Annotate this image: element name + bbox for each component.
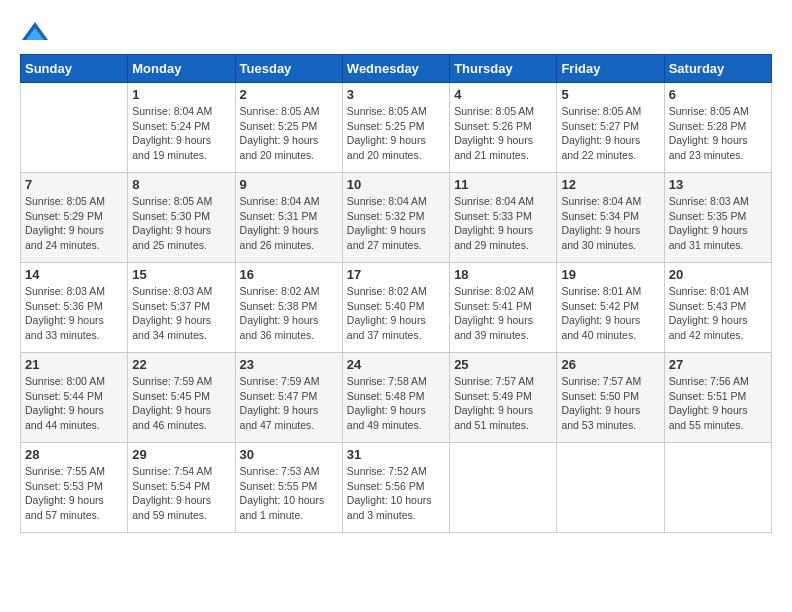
calendar-cell: 1Sunrise: 8:04 AMSunset: 5:24 PMDaylight… — [128, 83, 235, 173]
day-info: Sunrise: 7:58 AMSunset: 5:48 PMDaylight:… — [347, 374, 445, 433]
day-info: Sunrise: 8:02 AMSunset: 5:40 PMDaylight:… — [347, 284, 445, 343]
day-info: Sunrise: 7:54 AMSunset: 5:54 PMDaylight:… — [132, 464, 230, 523]
calendar-cell: 24Sunrise: 7:58 AMSunset: 5:48 PMDayligh… — [342, 353, 449, 443]
calendar-cell: 23Sunrise: 7:59 AMSunset: 5:47 PMDayligh… — [235, 353, 342, 443]
calendar-cell: 25Sunrise: 7:57 AMSunset: 5:49 PMDayligh… — [450, 353, 557, 443]
day-info: Sunrise: 7:55 AMSunset: 5:53 PMDaylight:… — [25, 464, 123, 523]
calendar-week-row: 1Sunrise: 8:04 AMSunset: 5:24 PMDaylight… — [21, 83, 772, 173]
day-number: 4 — [454, 87, 552, 102]
day-info: Sunrise: 8:04 AMSunset: 5:33 PMDaylight:… — [454, 194, 552, 253]
weekday-header: Friday — [557, 55, 664, 83]
day-number: 2 — [240, 87, 338, 102]
calendar-cell: 13Sunrise: 8:03 AMSunset: 5:35 PMDayligh… — [664, 173, 771, 263]
calendar-cell: 14Sunrise: 8:03 AMSunset: 5:36 PMDayligh… — [21, 263, 128, 353]
day-info: Sunrise: 7:57 AMSunset: 5:49 PMDaylight:… — [454, 374, 552, 433]
day-info: Sunrise: 8:04 AMSunset: 5:24 PMDaylight:… — [132, 104, 230, 163]
calendar-week-row: 21Sunrise: 8:00 AMSunset: 5:44 PMDayligh… — [21, 353, 772, 443]
day-info: Sunrise: 8:05 AMSunset: 5:25 PMDaylight:… — [347, 104, 445, 163]
calendar-cell: 9Sunrise: 8:04 AMSunset: 5:31 PMDaylight… — [235, 173, 342, 263]
logo — [20, 20, 54, 44]
calendar-week-row: 7Sunrise: 8:05 AMSunset: 5:29 PMDaylight… — [21, 173, 772, 263]
day-number: 29 — [132, 447, 230, 462]
calendar-cell: 12Sunrise: 8:04 AMSunset: 5:34 PMDayligh… — [557, 173, 664, 263]
calendar-cell: 29Sunrise: 7:54 AMSunset: 5:54 PMDayligh… — [128, 443, 235, 533]
day-info: Sunrise: 8:05 AMSunset: 5:29 PMDaylight:… — [25, 194, 123, 253]
calendar-cell: 31Sunrise: 7:52 AMSunset: 5:56 PMDayligh… — [342, 443, 449, 533]
day-number: 18 — [454, 267, 552, 282]
calendar-table: SundayMondayTuesdayWednesdayThursdayFrid… — [20, 54, 772, 533]
day-number: 27 — [669, 357, 767, 372]
day-info: Sunrise: 8:00 AMSunset: 5:44 PMDaylight:… — [25, 374, 123, 433]
calendar-cell: 28Sunrise: 7:55 AMSunset: 5:53 PMDayligh… — [21, 443, 128, 533]
day-number: 1 — [132, 87, 230, 102]
calendar-cell: 15Sunrise: 8:03 AMSunset: 5:37 PMDayligh… — [128, 263, 235, 353]
day-info: Sunrise: 7:52 AMSunset: 5:56 PMDaylight:… — [347, 464, 445, 523]
weekday-header: Saturday — [664, 55, 771, 83]
day-number: 14 — [25, 267, 123, 282]
day-number: 31 — [347, 447, 445, 462]
calendar-cell: 19Sunrise: 8:01 AMSunset: 5:42 PMDayligh… — [557, 263, 664, 353]
calendar-cell: 6Sunrise: 8:05 AMSunset: 5:28 PMDaylight… — [664, 83, 771, 173]
calendar-cell: 26Sunrise: 7:57 AMSunset: 5:50 PMDayligh… — [557, 353, 664, 443]
calendar-cell: 5Sunrise: 8:05 AMSunset: 5:27 PMDaylight… — [557, 83, 664, 173]
day-number: 21 — [25, 357, 123, 372]
weekday-header: Monday — [128, 55, 235, 83]
day-info: Sunrise: 8:05 AMSunset: 5:25 PMDaylight:… — [240, 104, 338, 163]
day-info: Sunrise: 8:04 AMSunset: 5:31 PMDaylight:… — [240, 194, 338, 253]
day-number: 22 — [132, 357, 230, 372]
day-info: Sunrise: 7:53 AMSunset: 5:55 PMDaylight:… — [240, 464, 338, 523]
day-info: Sunrise: 7:59 AMSunset: 5:47 PMDaylight:… — [240, 374, 338, 433]
calendar-cell: 3Sunrise: 8:05 AMSunset: 5:25 PMDaylight… — [342, 83, 449, 173]
calendar-cell: 18Sunrise: 8:02 AMSunset: 5:41 PMDayligh… — [450, 263, 557, 353]
day-number: 20 — [669, 267, 767, 282]
weekday-header: Wednesday — [342, 55, 449, 83]
day-number: 24 — [347, 357, 445, 372]
calendar-header-row: SundayMondayTuesdayWednesdayThursdayFrid… — [21, 55, 772, 83]
logo-icon — [20, 20, 50, 44]
day-number: 17 — [347, 267, 445, 282]
day-info: Sunrise: 8:03 AMSunset: 5:36 PMDaylight:… — [25, 284, 123, 343]
calendar-cell: 17Sunrise: 8:02 AMSunset: 5:40 PMDayligh… — [342, 263, 449, 353]
day-info: Sunrise: 8:03 AMSunset: 5:37 PMDaylight:… — [132, 284, 230, 343]
day-info: Sunrise: 8:01 AMSunset: 5:43 PMDaylight:… — [669, 284, 767, 343]
calendar-cell — [21, 83, 128, 173]
day-number: 19 — [561, 267, 659, 282]
calendar-cell: 10Sunrise: 8:04 AMSunset: 5:32 PMDayligh… — [342, 173, 449, 263]
day-info: Sunrise: 8:04 AMSunset: 5:32 PMDaylight:… — [347, 194, 445, 253]
calendar-cell: 11Sunrise: 8:04 AMSunset: 5:33 PMDayligh… — [450, 173, 557, 263]
day-info: Sunrise: 8:02 AMSunset: 5:38 PMDaylight:… — [240, 284, 338, 343]
calendar-cell: 20Sunrise: 8:01 AMSunset: 5:43 PMDayligh… — [664, 263, 771, 353]
day-number: 23 — [240, 357, 338, 372]
day-info: Sunrise: 7:59 AMSunset: 5:45 PMDaylight:… — [132, 374, 230, 433]
calendar-cell: 7Sunrise: 8:05 AMSunset: 5:29 PMDaylight… — [21, 173, 128, 263]
day-number: 13 — [669, 177, 767, 192]
day-info: Sunrise: 8:05 AMSunset: 5:28 PMDaylight:… — [669, 104, 767, 163]
calendar-week-row: 14Sunrise: 8:03 AMSunset: 5:36 PMDayligh… — [21, 263, 772, 353]
weekday-header: Thursday — [450, 55, 557, 83]
day-number: 10 — [347, 177, 445, 192]
calendar-cell: 22Sunrise: 7:59 AMSunset: 5:45 PMDayligh… — [128, 353, 235, 443]
page-header — [20, 20, 772, 44]
calendar-cell: 8Sunrise: 8:05 AMSunset: 5:30 PMDaylight… — [128, 173, 235, 263]
calendar-cell — [557, 443, 664, 533]
day-number: 9 — [240, 177, 338, 192]
day-info: Sunrise: 8:05 AMSunset: 5:27 PMDaylight:… — [561, 104, 659, 163]
calendar-cell — [664, 443, 771, 533]
day-number: 6 — [669, 87, 767, 102]
day-number: 30 — [240, 447, 338, 462]
day-info: Sunrise: 8:01 AMSunset: 5:42 PMDaylight:… — [561, 284, 659, 343]
day-number: 5 — [561, 87, 659, 102]
day-number: 26 — [561, 357, 659, 372]
day-info: Sunrise: 7:56 AMSunset: 5:51 PMDaylight:… — [669, 374, 767, 433]
calendar-cell — [450, 443, 557, 533]
day-info: Sunrise: 8:05 AMSunset: 5:26 PMDaylight:… — [454, 104, 552, 163]
calendar-cell: 30Sunrise: 7:53 AMSunset: 5:55 PMDayligh… — [235, 443, 342, 533]
calendar-week-row: 28Sunrise: 7:55 AMSunset: 5:53 PMDayligh… — [21, 443, 772, 533]
weekday-header: Tuesday — [235, 55, 342, 83]
weekday-header: Sunday — [21, 55, 128, 83]
day-number: 8 — [132, 177, 230, 192]
day-number: 25 — [454, 357, 552, 372]
day-info: Sunrise: 8:04 AMSunset: 5:34 PMDaylight:… — [561, 194, 659, 253]
day-number: 16 — [240, 267, 338, 282]
day-info: Sunrise: 8:02 AMSunset: 5:41 PMDaylight:… — [454, 284, 552, 343]
